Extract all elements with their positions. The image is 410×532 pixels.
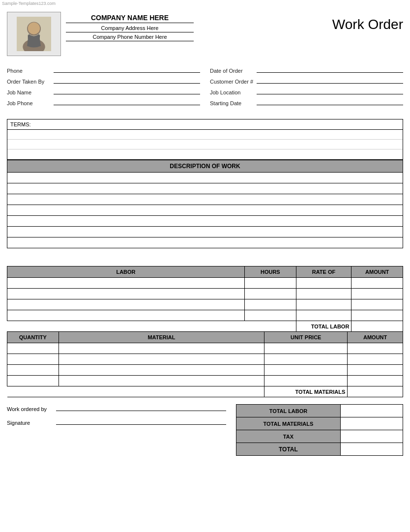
material-row-4[interactable] (7, 376, 403, 386)
total-labor-label: TOTAL LABOR (296, 321, 351, 332)
labor-row-1[interactable] (7, 278, 403, 289)
job-name-label: Job Name (7, 89, 54, 95)
summary-total-materials-row: TOTAL MATERIALS (236, 417, 403, 430)
labor-table: LABOR HOURS RATE OF AMOUNT TOTAL LABOR (7, 266, 403, 332)
phone-label: Phone (7, 68, 54, 74)
job-phone-input[interactable] (54, 98, 200, 105)
terms-row-1[interactable] (7, 130, 403, 140)
company-info: COMPANY NAME HERE Company Address Here C… (66, 12, 194, 43)
labor-row-4[interactable] (7, 310, 403, 321)
summary-tax-value[interactable] (340, 430, 403, 443)
total-materials-value[interactable] (348, 386, 403, 397)
rate-col-header: RATE OF (296, 266, 351, 278)
terms-section: TERMS: (7, 119, 403, 160)
hours-col-header: HOURS (245, 266, 296, 278)
phone-input[interactable] (54, 66, 200, 73)
page-title: Work Order (332, 12, 403, 32)
form-fields: Phone Order Taken By Job Name Job Phone … (7, 66, 403, 109)
company-phone: Company Phone Number Here (66, 34, 194, 41)
material-row-2[interactable] (7, 354, 403, 365)
form-right: Date of Order Customer Order # Job Locat… (210, 66, 403, 109)
desc-row-1[interactable] (7, 173, 403, 183)
company-logo (7, 12, 61, 56)
svg-point-3 (28, 22, 40, 34)
order-taken-by-input[interactable] (54, 77, 200, 84)
labor-amount-col-header: AMOUNT (351, 266, 403, 278)
job-location-input[interactable] (257, 88, 403, 94)
date-of-order-label: Date of Order (210, 68, 257, 74)
watermark: Sample-Templates123.com (0, 0, 410, 7)
job-location-label: Job Location (210, 89, 257, 95)
labor-header-row: LABOR HOURS RATE OF AMOUNT (7, 266, 403, 278)
work-ordered-by-label: Work ordered by (7, 406, 56, 412)
summary-total-value[interactable] (340, 443, 403, 456)
summary-total-labor-row: TOTAL LABOR (236, 405, 403, 417)
signature-area: Work ordered by Signature (7, 404, 236, 432)
terms-row-2[interactable] (7, 140, 403, 149)
materials-amount-col-header: AMOUNT (348, 332, 403, 343)
summary-tax-label: TAX (236, 430, 341, 443)
starting-date-label: Starting Date (210, 100, 257, 106)
terms-row-3[interactable] (7, 149, 403, 159)
company-address: Company Address Here (66, 25, 194, 32)
desc-row-7[interactable] (7, 237, 403, 248)
total-labor-value[interactable] (351, 321, 403, 332)
desc-row-6[interactable] (7, 227, 403, 237)
signature-input[interactable] (56, 418, 226, 425)
desc-row-3[interactable] (7, 194, 403, 205)
summary-total-label: TOTAL (236, 443, 341, 456)
summary-tax-row: TAX (236, 430, 403, 443)
signature-label: Signature (7, 420, 56, 426)
material-col-header: MATERIAL (59, 332, 264, 343)
material-row-3[interactable] (7, 365, 403, 376)
unit-price-col-header: UNIT PRICE (264, 332, 348, 343)
summary-section: Work ordered by Signature TOTAL LABOR TO… (7, 404, 403, 461)
quantity-col-header: QUANTITY (7, 332, 59, 343)
form-left: Phone Order Taken By Job Name Job Phone (7, 66, 200, 109)
description-header-row: DESCRIPTION OF WORK (7, 160, 403, 173)
desc-row-4[interactable] (7, 205, 403, 216)
starting-date-input[interactable] (257, 98, 403, 105)
order-taken-by-label: Order Taken By (7, 79, 54, 85)
summary-total-materials-label: TOTAL MATERIALS (236, 417, 341, 430)
summary-total-materials-value[interactable] (340, 417, 403, 430)
total-materials-label: TOTAL MATERIALS (264, 386, 348, 397)
desc-row-2[interactable] (7, 183, 403, 194)
labor-row-3[interactable] (7, 299, 403, 310)
desc-row-5[interactable] (7, 216, 403, 227)
customer-order-input[interactable] (257, 77, 403, 84)
total-labor-row: TOTAL LABOR (7, 321, 403, 332)
summary-total-labor-label: TOTAL LABOR (236, 405, 341, 417)
total-materials-row: TOTAL MATERIALS (7, 386, 403, 397)
job-phone-label: Job Phone (7, 100, 54, 106)
description-table: DESCRIPTION OF WORK (7, 160, 403, 248)
summary-total-row: TOTAL (236, 443, 403, 456)
work-ordered-by-input[interactable] (56, 404, 226, 411)
material-row-1[interactable] (7, 343, 403, 354)
summary-totals-table: TOTAL LABOR TOTAL MATERIALS TAX TOTAL (236, 404, 403, 456)
company-name: COMPANY NAME HERE (66, 14, 194, 23)
description-header: DESCRIPTION OF WORK (7, 160, 403, 173)
terms-label: TERMS: (7, 119, 403, 130)
summary-total-labor-value[interactable] (340, 405, 403, 417)
header-section: COMPANY NAME HERE Company Address Here C… (7, 12, 403, 56)
date-of-order-input[interactable] (257, 66, 403, 73)
customer-order-label: Customer Order # (210, 79, 257, 85)
materials-table: QUANTITY MATERIAL UNIT PRICE AMOUNT TOTA… (7, 331, 403, 397)
labor-row-2[interactable] (7, 289, 403, 299)
labor-col-header: LABOR (7, 266, 245, 278)
job-name-input[interactable] (54, 88, 200, 94)
materials-header-row: QUANTITY MATERIAL UNIT PRICE AMOUNT (7, 332, 403, 343)
